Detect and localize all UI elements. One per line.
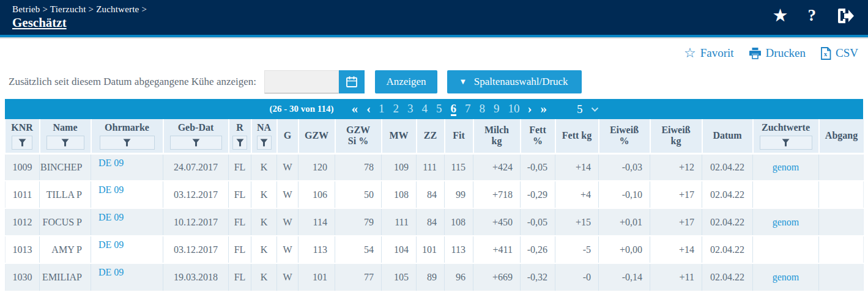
column-label: Eiweiß % [606, 125, 644, 147]
table-row: 1011TILLA PDE 0903.12.2017FLKW1065010884… [6, 181, 864, 208]
table-wrap: KNRNameOhrmarkeGeb-DatRNAGGZWGZW Si %MWZ… [5, 119, 863, 291]
first-page-button[interactable]: « [352, 103, 358, 115]
cell-gzw: 113 [299, 236, 335, 263]
page-title[interactable]: Geschätzt [12, 15, 67, 31]
cell-datum: 02.04.22 [702, 263, 753, 291]
column-label: KNR [11, 122, 33, 133]
funnel-icon [61, 139, 69, 147]
cell-geb-dat: 03.12.2017 [163, 236, 229, 263]
drucken-label: Drucken [766, 46, 806, 60]
cell-gzw-si: 54 [335, 236, 382, 263]
cell-eiwei: +0,01 [599, 208, 650, 236]
cell-zuchtwerte: genom [753, 208, 819, 236]
drucken-link[interactable]: Drucken [749, 46, 806, 60]
filter-zuchtwerte[interactable] [760, 136, 812, 150]
cell-r: FL [229, 263, 251, 291]
ohrmarke-link[interactable]: DE 09 [98, 158, 124, 168]
pagination-page-7[interactable]: 7 [465, 103, 471, 116]
cell-mw: 105 [382, 263, 417, 291]
csv-link[interactable]: x CSV [820, 46, 858, 60]
cell-fett: -0,32 [521, 263, 555, 291]
zuchtwerte-link[interactable]: genom [773, 272, 799, 282]
ohrmarke-link[interactable]: DE 09 [98, 239, 124, 250]
filter-r[interactable] [232, 136, 247, 150]
pagination-range: (26 - 30 von 114) [270, 104, 334, 114]
favorit-link[interactable]: ☆ Favorit [684, 46, 734, 60]
prev-page-button[interactable]: ‹ [366, 103, 371, 115]
cell-fett-kg: +15 [555, 208, 599, 236]
cell-name: EMILIAP [40, 263, 91, 291]
column-label: Datum [713, 130, 741, 141]
pagination-page-2[interactable]: 2 [393, 103, 399, 116]
pagination-page-1[interactable]: 1 [379, 103, 385, 116]
column-label: Eiweiß kg [657, 125, 696, 147]
cell-gzw-si: 50 [335, 181, 382, 208]
ohrmarke-link[interactable]: DE 09 [98, 212, 124, 222]
next-page-button[interactable]: › [528, 103, 532, 115]
column-label: Fett % [527, 125, 549, 147]
pagination-page-10[interactable]: 10 [508, 103, 520, 116]
zuchtwerte-link[interactable]: genom [773, 217, 799, 227]
cell-na: K [251, 153, 277, 181]
cell-milch-kg: +718 [473, 181, 521, 208]
column-label: GZW Si % [342, 125, 375, 147]
column-header-ohrmarke: Ohrmarke [91, 119, 163, 153]
ohrmarke-link[interactable]: DE 09 [98, 184, 124, 195]
cell-na: K [251, 263, 277, 291]
caret-down-icon: ▼ [461, 79, 466, 85]
anzeigen-button[interactable]: Anzeigen [375, 70, 437, 93]
pagination-pages: 12345678910 [379, 103, 520, 116]
filter-na[interactable] [257, 136, 272, 150]
pagination-page-6[interactable]: 6 [451, 103, 457, 116]
cell-eiwei: -0,10 [599, 181, 650, 208]
cell-fit: 99 [445, 181, 473, 208]
pagination-page-3[interactable]: 3 [407, 103, 414, 116]
column-label: Milch kg [480, 125, 514, 147]
calendar-button[interactable] [339, 70, 365, 93]
cell-abgang [819, 181, 864, 208]
page-size-select[interactable]: 5 [577, 103, 599, 116]
cell-eiwei-kg: +12 [650, 153, 702, 181]
filter-geb-dat[interactable] [170, 136, 222, 150]
pagination-page-4[interactable]: 4 [422, 103, 428, 116]
favorite-star-icon[interactable]: ★ [773, 7, 788, 24]
chevron-down-icon [591, 107, 599, 112]
logout-icon[interactable] [836, 8, 855, 24]
filter-name[interactable] [46, 136, 84, 150]
pagination-page-9[interactable]: 9 [494, 103, 500, 116]
page-size-value: 5 [577, 103, 583, 116]
ohrmarke-link[interactable]: DE 09 [98, 267, 124, 277]
cell-zuchtwerte [753, 236, 819, 263]
table-row: 1009BINCHEPDE 0924.07.2017FLKW1207810911… [6, 153, 864, 181]
cell-na: K [251, 236, 277, 263]
help-icon[interactable]: ? [808, 7, 817, 24]
cell-knr: 1011 [6, 181, 40, 208]
cell-zuchtwerte: genom [753, 153, 819, 181]
cell-gzw-si: 77 [335, 263, 382, 291]
cell-fett-kg: -0 [555, 263, 599, 291]
cell-eiwei-kg: +11 [650, 263, 702, 291]
cell-knr: 1012 [6, 208, 40, 236]
spaltenauswahl-button[interactable]: ▼ Spaltenauswahl/Druck [447, 70, 582, 93]
cell-r: FL [229, 236, 251, 263]
column-header-g: G [277, 119, 299, 153]
filter-knr[interactable] [12, 136, 32, 150]
last-page-button[interactable]: » [541, 103, 547, 115]
column-label: Ohrmarke [105, 122, 149, 133]
column-header-datum: Datum [702, 119, 753, 153]
cell-fit: 108 [445, 208, 473, 236]
cell-zz: 84 [417, 181, 445, 208]
date-input[interactable] [264, 70, 339, 93]
filter-ohrmarke[interactable] [100, 136, 155, 150]
cell-milch-kg: +669 [473, 263, 521, 291]
cell-fett: -0,05 [521, 208, 555, 236]
pagination-page-8[interactable]: 8 [480, 103, 486, 116]
pagination-page-5[interactable]: 5 [436, 103, 442, 116]
cell-zz: 101 [417, 236, 445, 263]
csv-label: CSV [836, 46, 858, 60]
zuchtwerte-link[interactable]: genom [773, 162, 799, 172]
cell-name: FOCUS P [40, 208, 91, 236]
cell-abgang [819, 263, 864, 291]
cell-name: TILLA P [40, 181, 91, 208]
cell-gzw: 106 [299, 181, 335, 208]
